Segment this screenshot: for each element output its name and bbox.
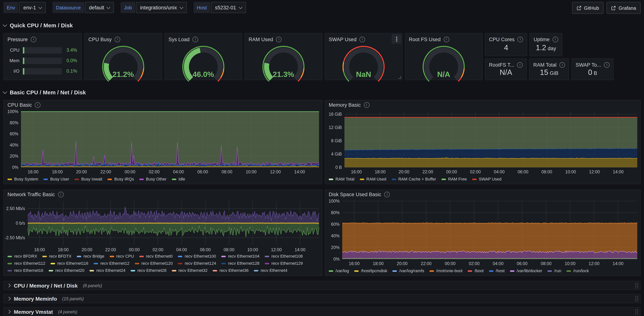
info-icon[interactable] — [35, 102, 40, 108]
chart-legend: /var/log /host/tpcmdisk /var/log/ramfs /… — [329, 267, 638, 274]
stat-value: 0 B — [572, 68, 614, 77]
legend-item[interactable]: recv Ethernet116 — [50, 260, 88, 267]
legend-item[interactable]: recv Ethernet129 — [265, 260, 303, 267]
panel-title-row[interactable]: Network Traffic Basic — [8, 192, 64, 197]
legend-item[interactable]: recv Ethernet16 — [8, 267, 43, 274]
info-icon[interactable] — [115, 36, 120, 42]
info-icon[interactable] — [384, 192, 390, 197]
panel-title-row[interactable]: Disk Space Used Basic — [329, 192, 390, 197]
legend-item[interactable]: Busy Other — [139, 176, 166, 183]
collapsed-row[interactable]: CPU / Memory / Net / Disk (8 panels) — [3, 281, 641, 290]
legend-swatch — [510, 270, 514, 272]
legend-item[interactable]: Idle — [172, 176, 185, 183]
legend-item[interactable]: recv Ethernet20 — [48, 267, 84, 274]
dashboard-link-button[interactable]: GitHub — [572, 2, 604, 14]
gauge-chart: NaN — [331, 44, 396, 82]
panel-resize-handle[interactable] — [398, 76, 401, 79]
stats-column: CPU Cores 4 Uptime — [485, 33, 641, 80]
legend-label: recv BFDRX — [14, 253, 37, 260]
row-header-quick[interactable]: Quick CPU / Mem / Disk — [3, 21, 641, 29]
legend-item[interactable]: /run — [548, 267, 561, 274]
stat-unit: B — [594, 70, 597, 76]
panel-title-row[interactable]: Root FS Used — [405, 33, 482, 44]
legend-item[interactable]: recv Ethernet100 — [178, 253, 216, 260]
legend-item[interactable]: recv Ethernet32 — [172, 267, 208, 274]
drag-handle-icon[interactable] — [635, 295, 638, 302]
legend-item[interactable]: /var/log/ramfs — [392, 267, 424, 274]
legend-item[interactable]: /host/tpcmdisk — [354, 267, 387, 274]
legend-item[interactable]: /var/lib/docker — [510, 267, 542, 274]
legend-item[interactable]: recv Ethernet0 — [139, 253, 172, 260]
legend-item[interactable]: recv Ethernet4 — [254, 267, 287, 274]
info-icon[interactable] — [517, 62, 523, 68]
drag-handle-icon[interactable] — [635, 282, 638, 289]
svg-text:8 GiB: 8 GiB — [331, 138, 342, 143]
info-icon[interactable] — [364, 102, 369, 108]
legend-label: recv Ethernet32 — [178, 267, 208, 274]
legend-item[interactable]: recv Ethernet128 — [221, 260, 260, 267]
row-header-basic[interactable]: Basic CPU / Mem / Net / Disk — [3, 88, 641, 96]
legend-item[interactable]: recv CPU — [110, 253, 134, 260]
panel-title-row[interactable]: Sys Load — [165, 33, 242, 44]
legend-item[interactable]: recv Ethernet28 — [131, 267, 166, 274]
drag-handle-icon[interactable] — [635, 308, 638, 315]
legend-label: RAM Free — [448, 176, 467, 183]
panel-title-row[interactable]: CPU Busy — [84, 33, 162, 44]
legend-item[interactable]: recv Bridge — [77, 253, 104, 260]
panel-title-row[interactable]: SWAP Used — [325, 33, 402, 44]
info-icon[interactable] — [604, 62, 610, 68]
legend-item[interactable]: /run/lock — [566, 267, 589, 274]
legend-item[interactable]: /boot — [468, 267, 484, 274]
info-icon[interactable] — [444, 36, 449, 42]
legend-item[interactable]: Busy User — [44, 176, 69, 183]
legend-item[interactable]: recv Ethernet108 — [265, 253, 303, 260]
stat-number: 0 — [588, 68, 592, 77]
info-icon[interactable] — [31, 36, 36, 42]
legend-item[interactable]: RAM Free — [441, 176, 467, 183]
panel-title-row[interactable]: CPU Basic — [8, 102, 40, 108]
info-icon[interactable] — [560, 62, 565, 68]
info-icon[interactable] — [518, 36, 523, 42]
legend-item[interactable]: recv BFDTX — [42, 253, 72, 260]
gauge-chart: 46.0% — [171, 44, 236, 82]
legend-item[interactable]: RAM Cache + Buffer — [392, 176, 436, 183]
panel-title-row[interactable]: Memory Basic — [329, 102, 369, 108]
info-icon[interactable] — [58, 192, 64, 197]
legend-item[interactable]: /mnt/onie-boot — [430, 267, 462, 274]
legend-item[interactable]: recv Ethernet112 — [8, 260, 45, 267]
row-panel-count: (15 panels) — [62, 296, 84, 301]
kebab-menu-button[interactable] — [392, 34, 402, 44]
svg-text:00:00: 00:00 — [445, 261, 456, 266]
legend-item[interactable]: recv Ethernet36 — [213, 267, 248, 274]
info-icon[interactable] — [276, 36, 282, 42]
collapsed-row[interactable]: Memory Meminfo (15 panels) — [3, 294, 641, 303]
legend-item[interactable]: RAM Total — [329, 176, 354, 183]
legend-item[interactable]: recv Ethernet124 — [178, 260, 216, 267]
legend-item[interactable]: recv Ethernet120 — [134, 260, 173, 267]
legend-item[interactable]: RAM Used — [360, 176, 386, 183]
legend-item[interactable]: recv BFDRX — [8, 253, 37, 260]
variable-dropdown[interactable]: integrations/unix — [136, 2, 187, 13]
info-icon[interactable] — [360, 36, 365, 42]
info-icon[interactable] — [193, 36, 198, 42]
legend-item[interactable]: recv Ethernet24 — [90, 267, 126, 274]
legend-item[interactable]: SWAP Used — [472, 176, 502, 183]
legend-item[interactable]: /host — [489, 267, 505, 274]
legend-item[interactable]: recv Ethernet12 — [94, 260, 129, 267]
svg-text:20:00: 20:00 — [398, 170, 410, 174]
legend-item[interactable]: Busy Iowait — [74, 176, 102, 183]
legend-item[interactable]: /var/log — [329, 267, 349, 274]
collapsed-row[interactable]: Memory Vmstat (4 panels) — [3, 307, 641, 316]
legend-item[interactable]: recv Ethernet104 — [221, 253, 260, 260]
svg-text:02:00: 02:00 — [149, 170, 160, 174]
dashboard-link-button[interactable]: Grafana — [606, 2, 641, 14]
info-icon[interactable] — [553, 36, 558, 42]
variable-dropdown[interactable]: s5232-01 — [211, 2, 246, 13]
panel-title-row[interactable]: RAM Used — [245, 33, 322, 44]
legend-item[interactable]: Busy IRQs — [108, 176, 134, 183]
variable-dropdown[interactable]: default — [85, 2, 114, 13]
legend-swatch — [213, 270, 217, 271]
variable-dropdown[interactable]: env-1 — [19, 2, 46, 13]
legend-item[interactable]: Busy System — [8, 176, 38, 183]
panel-title-row[interactable]: Pressure — [4, 33, 82, 44]
